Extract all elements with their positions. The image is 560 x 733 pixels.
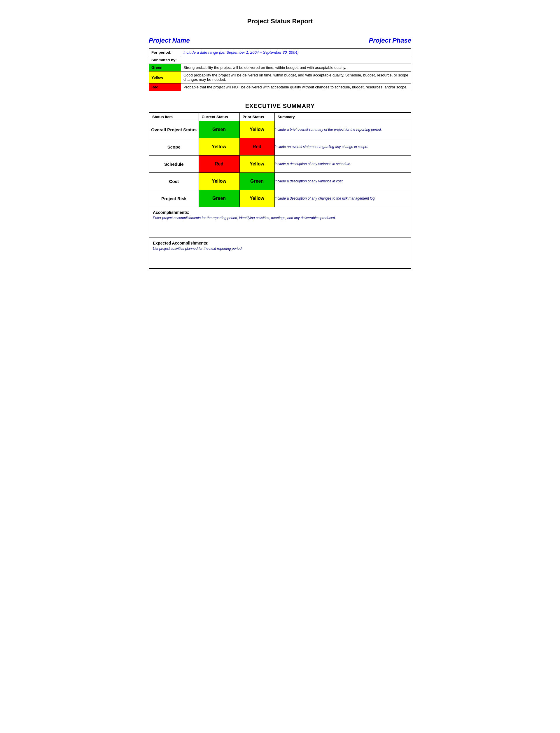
table-row: Cost Yellow Green Include a description … xyxy=(149,173,411,190)
status-item-0: Overall Project Status xyxy=(149,121,199,138)
accomplishments-label: Accomplishments: xyxy=(153,210,407,215)
table-row: Scope Yellow Red Include an overall stat… xyxy=(149,138,411,155)
status-green-row: Green Strong probability the project wil… xyxy=(149,64,411,71)
info-table: For period: Include a date range (i.e. S… xyxy=(149,48,411,91)
col-summary: Summary xyxy=(274,113,411,121)
prior-status-badge-2: Yellow xyxy=(240,155,274,172)
status-item-4: Project Risk xyxy=(149,190,199,207)
status-item-2: Schedule xyxy=(149,155,199,173)
col-prior-status: Prior Status xyxy=(239,113,274,121)
expected-accomplishments-row: Expected Accomplishments: List project a… xyxy=(149,238,411,269)
expected-accomplishments-cell: Expected Accomplishments: List project a… xyxy=(149,238,411,269)
prior-status-3: Green xyxy=(239,173,274,190)
prior-status-0: Yellow xyxy=(239,121,274,138)
current-status-0: Green xyxy=(199,121,239,138)
prior-status-badge-1: Red xyxy=(240,138,274,155)
current-status-badge-2: Red xyxy=(199,155,239,172)
submitted-by-row: Submitted by: xyxy=(149,56,411,64)
summary-cell-2: Include a description of any variance in… xyxy=(274,155,411,173)
current-status-badge-3: Yellow xyxy=(199,173,239,190)
current-status-badge-4: Green xyxy=(199,190,239,207)
table-row: Overall Project Status Green Yellow Incl… xyxy=(149,121,411,138)
accomplishments-row: Accomplishments: Enter project accomplis… xyxy=(149,207,411,238)
expected-text: List project activities planned for the … xyxy=(153,246,407,251)
header-row: Project Name Project Phase xyxy=(149,37,411,44)
prior-status-badge-3: Green xyxy=(240,173,274,190)
status-red-row: Red Probable that the project will NOT b… xyxy=(149,83,411,91)
green-status-label: Green xyxy=(149,64,181,71)
red-status-desc: Probable that the project will NOT be de… xyxy=(181,83,411,91)
current-status-badge-0: Green xyxy=(199,121,239,138)
for-period-value: Include a date range (i.e. September 1, … xyxy=(181,49,411,56)
current-status-4: Green xyxy=(199,190,239,207)
current-status-badge-1: Yellow xyxy=(199,138,239,155)
current-status-1: Yellow xyxy=(199,138,239,155)
yellow-status-desc: Good probability the project will be del… xyxy=(181,71,411,83)
col-current-status: Current Status xyxy=(199,113,239,121)
table-row: Schedule Red Yellow Include a descriptio… xyxy=(149,155,411,173)
current-status-3: Yellow xyxy=(199,173,239,190)
submitted-by-label: Submitted by: xyxy=(149,56,181,64)
prior-status-2: Yellow xyxy=(239,155,274,173)
accomplishments-cell: Accomplishments: Enter project accomplis… xyxy=(149,207,411,238)
for-period-row: For period: Include a date range (i.e. S… xyxy=(149,49,411,56)
accomplishments-text: Enter project accomplishments for the re… xyxy=(153,216,407,220)
prior-status-badge-4: Yellow xyxy=(240,190,274,207)
status-item-3: Cost xyxy=(149,173,199,190)
table-header-row: Status Item Current Status Prior Status … xyxy=(149,113,411,121)
summary-cell-0: Include a brief overall summary of the p… xyxy=(274,121,411,138)
expected-label: Expected Accomplishments: xyxy=(153,241,407,245)
green-status-desc: Strong probability the project will be d… xyxy=(181,64,411,71)
submitted-by-value xyxy=(181,56,411,64)
for-period-label: For period: xyxy=(149,49,181,56)
prior-status-1: Red xyxy=(239,138,274,155)
status-yellow-row: Yellow Good probability the project will… xyxy=(149,71,411,83)
prior-status-4: Yellow xyxy=(239,190,274,207)
summary-cell-1: Include an overall statement regarding a… xyxy=(274,138,411,155)
yellow-status-label: Yellow xyxy=(149,71,181,83)
prior-status-badge-0: Yellow xyxy=(240,121,274,138)
page-container: Project Status Report Project Name Proje… xyxy=(149,17,411,269)
summary-cell-4: Include a description of any changes to … xyxy=(274,190,411,207)
project-name-label: Project Name xyxy=(149,37,190,44)
table-row: Project Risk Green Yellow Include a desc… xyxy=(149,190,411,207)
executive-summary-title: EXECUTIVE SUMMARY xyxy=(149,103,411,109)
current-status-2: Red xyxy=(199,155,239,173)
summary-cell-3: Include a description of any variance in… xyxy=(274,173,411,190)
project-phase-label: Project Phase xyxy=(369,37,411,44)
executive-summary-table: Status Item Current Status Prior Status … xyxy=(149,112,411,269)
col-status-item: Status Item xyxy=(149,113,199,121)
red-status-label: Red xyxy=(149,83,181,91)
status-item-1: Scope xyxy=(149,138,199,155)
page-title: Project Status Report xyxy=(149,17,411,25)
